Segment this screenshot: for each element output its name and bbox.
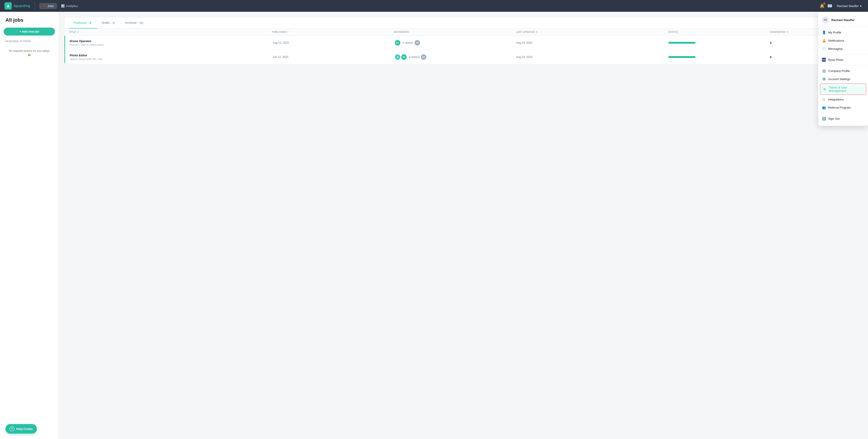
help-center-button[interactable]: ? Help Center (5, 424, 37, 434)
party-emoji: 🎉 (28, 53, 31, 57)
message-icon: ✉️ (822, 47, 826, 51)
user-menu-button[interactable]: Rachael Stauffer ▾ (835, 3, 864, 9)
help-icon: ? (9, 426, 14, 431)
dropdown-item-sign-out[interactable]: ℹ️ Sign Out (818, 115, 868, 123)
no-actions-message: No required actions for you today! 🎉 (4, 45, 55, 61)
gear-icon: ⚙️ (822, 77, 826, 81)
nav-item-analytics[interactable]: 📊 Analytics (58, 3, 81, 9)
dropdown-item-notifications[interactable]: 🔔 Notifications (818, 36, 868, 45)
published-count: 2 (88, 21, 93, 24)
logo-text: SquarePeg (13, 4, 30, 8)
dropdown-section-2: 🏢 Company Profile ⚙️ Account Settings ⊞ … (818, 65, 868, 113)
col-status: STATUS (668, 31, 770, 33)
job-title-cell: Photo Editor Hybrid • Bentonville, AR, U… (70, 54, 273, 60)
nav-right: 🔔 ✉️ Rachael Stauffer ▾ (819, 3, 864, 9)
dropdown-username: Rachael Stauffer (831, 18, 855, 22)
add-job-button[interactable]: + Add new job (4, 28, 55, 35)
analytics-icon: 📊 (61, 4, 65, 8)
required-actions-label: REQUIRED ACTIONS (4, 40, 55, 42)
dropdown-section-signout: ℹ️ Sign Out (818, 113, 868, 124)
col-title[interactable]: TITLE ⇅ (69, 31, 272, 33)
notification-badge (823, 2, 826, 5)
tabs-row: Published 2 Drafts 0 Archived 15 (64, 18, 862, 29)
col-reviewers: REVIEWERS (394, 31, 516, 33)
avatar: N (395, 54, 401, 60)
reviewer-avatar3: RS (421, 54, 427, 60)
reviewers-cell: N RS 2 user(s) RS (395, 54, 516, 60)
dropdown-item-ryse-photo[interactable]: RYSE Ryse Photo (818, 56, 868, 64)
chevron-down-icon: ▾ (860, 4, 862, 8)
published-date: Aug 12, 2023 (273, 41, 394, 45)
sort-icon: ⇅ (536, 31, 538, 33)
tab-archived[interactable]: Archived 15 (121, 18, 149, 29)
archived-count: 15 (138, 21, 144, 24)
bell-icon: 🔔 (822, 38, 826, 42)
main-layout: All jobs + Add new job REQUIRED ACTIONS … (0, 12, 868, 439)
nav-jobs-label: Jobs (48, 4, 54, 8)
dropdown-item-teams-user-management[interactable]: ⊞ Teams & User Management (820, 84, 866, 95)
page-title: All jobs (4, 17, 55, 23)
logo[interactable]: ♟ SquarePeg (4, 2, 35, 9)
ryse-icon: RYSE (822, 58, 826, 62)
published-date: Jun 12, 2023 (273, 55, 394, 59)
notifications-button[interactable]: 🔔 (819, 3, 825, 8)
profile-icon: 👤 (822, 30, 826, 34)
messages-button[interactable]: ✉️ (827, 3, 832, 8)
reviewer-count: 1 user(s) (403, 41, 413, 45)
top-navigation: ♟ SquarePeg 💼 Jobs 📊 Analytics 🔔 ✉️ Rach… (0, 0, 868, 12)
main-content: Published 2 Drafts 0 Archived 15 TITLE ⇅ (59, 12, 868, 439)
avatar: RS (395, 39, 401, 46)
jobs-panel: Published 2 Drafts 0 Archived 15 TITLE ⇅ (64, 17, 863, 64)
dropdown-item-referral-program[interactable]: 👥 Referral Program (818, 104, 868, 112)
drafts-count: 0 (112, 21, 116, 24)
tab-drafts[interactable]: Drafts 0 (97, 18, 121, 29)
last-updated-date: Aug 24, 2023 (516, 41, 668, 45)
table-row[interactable]: Drone Operator Remote • Only in United S… (64, 36, 862, 50)
user-name: Rachael Stauffer (837, 4, 859, 8)
nav-item-jobs[interactable]: 💼 Jobs (39, 3, 57, 9)
status-bar-cell (668, 42, 770, 44)
sort-icon: ▾ (287, 31, 288, 33)
dropdown-item-company-profile[interactable]: 🏢 Company Profile (818, 67, 868, 75)
dropdown-item-my-profile[interactable]: 👤 My Profile (818, 28, 868, 36)
table-row[interactable]: Photo Editor Hybrid • Bentonville, AR, U… (64, 50, 862, 64)
reviewers-cell: RS 1 user(s) RS (395, 39, 516, 46)
status-bar (668, 56, 695, 58)
logo-icon: ♟ (4, 2, 12, 9)
col-published[interactable]: PUBLISHED ▾ (272, 31, 394, 33)
table-header: TITLE ⇅ PUBLISHED ▾ REVIEWERS LAST UPDAT… (64, 29, 862, 36)
referral-icon: 👥 (822, 106, 826, 110)
teams-icon: ⊞ (823, 87, 827, 91)
dropdown-section-ryse: RYSE Ryse Photo (818, 54, 868, 65)
help-center-label: Help Center (16, 427, 33, 431)
user-dropdown-menu: RS Rachael Stauffer 👤 My Profile 🔔 Notif… (818, 12, 868, 126)
sort-icon: ⇅ (787, 31, 789, 33)
dropdown-avatar: RS (822, 16, 829, 24)
col-last-updated[interactable]: LAST UPDATED ⇅ (516, 31, 668, 33)
status-bar-cell (668, 56, 770, 58)
dropdown-header: RS Rachael Stauffer (818, 13, 868, 27)
signout-icon: ℹ️ (822, 117, 826, 121)
job-title-cell: Drone Operator Remote • Only in United S… (70, 39, 273, 46)
sort-icon: ⇅ (77, 31, 79, 33)
reviewer-count: 2 user(s) (409, 55, 420, 59)
nav-analytics-label: Analytics (66, 4, 78, 8)
jobs-icon: 💼 (42, 4, 46, 8)
tab-published[interactable]: Published 2 (69, 18, 97, 29)
last-updated-date: Aug 24, 2023 (516, 55, 668, 59)
dropdown-section-1: 👤 My Profile 🔔 Notifications ✉️ Messagin… (818, 27, 868, 54)
dropdown-item-account-settings[interactable]: ⚙️ Account Settings (818, 75, 868, 83)
building-icon: 🏢 (822, 69, 826, 73)
status-bar (668, 42, 695, 44)
sidebar: All jobs + Add new job REQUIRED ACTIONS … (0, 12, 59, 439)
nav-items: 💼 Jobs 📊 Analytics (39, 3, 819, 9)
avatar2: RS (401, 54, 407, 60)
integrations-icon: ◎ (822, 97, 826, 101)
dropdown-item-messaging[interactable]: ✉️ Messaging (818, 45, 868, 53)
reviewer-avatar2: RS (414, 39, 421, 46)
dropdown-item-integrations[interactable]: ◎ Integrations (818, 95, 868, 104)
